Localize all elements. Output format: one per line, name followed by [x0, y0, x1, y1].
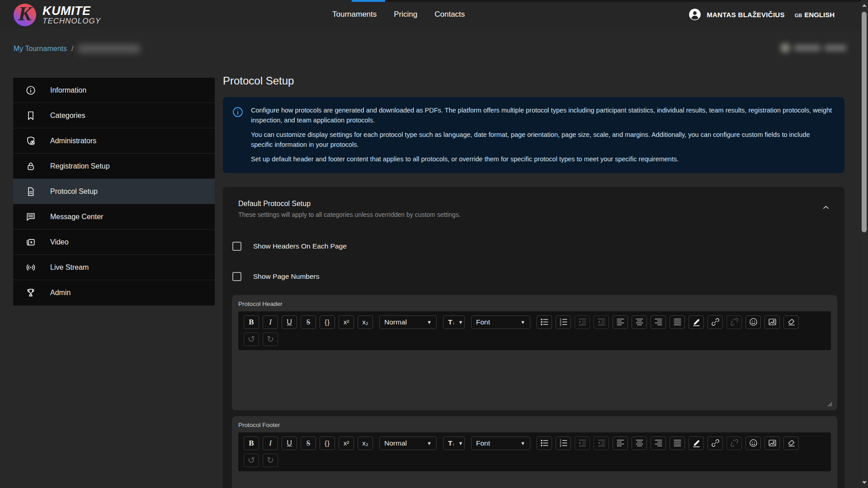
paragraph-style-select[interactable]: Normal▼ — [379, 436, 437, 450]
logo[interactable]: K KUMITE TECHNOLOGY — [14, 4, 101, 26]
link-button[interactable] — [708, 315, 723, 329]
align-center-button[interactable] — [632, 436, 647, 450]
bookmark-icon — [25, 110, 36, 121]
remove-format-button[interactable] — [783, 315, 799, 329]
font-select[interactable]: Font▼ — [471, 436, 530, 450]
text-size-select[interactable]: T↓▼ — [443, 315, 465, 329]
show-headers-checkbox-row[interactable]: Show Headers On Each Page — [232, 242, 837, 251]
strikethrough-button[interactable]: S — [301, 315, 316, 329]
remove-format-button[interactable] — [783, 436, 799, 450]
align-left-button[interactable] — [613, 436, 628, 450]
remove-format-icon — [787, 439, 796, 447]
font-select[interactable]: Font▼ — [471, 315, 530, 329]
top-header: K KUMITE TECHNOLOGY TournamentsPricingCo… — [0, 0, 861, 29]
indent-button[interactable] — [575, 315, 590, 329]
sidebar-item-message-center[interactable]: Message Center — [13, 204, 215, 230]
editor-protocol-header: Protocol HeaderBIUS{}x²x₂Normal▼T↓▼Font▼… — [232, 295, 837, 410]
sidebar-item-categories[interactable]: Categories — [13, 103, 215, 128]
sidebar-item-administrators[interactable]: Administrators — [13, 128, 215, 154]
show-page-numbers-checkbox[interactable] — [232, 272, 241, 281]
emoji-button[interactable] — [745, 436, 761, 450]
info-paragraph: Set up default header and footer content… — [251, 155, 833, 164]
outdent-button[interactable] — [594, 436, 609, 450]
subscript-button[interactable]: x₂ — [358, 436, 373, 450]
show-headers-checkbox[interactable] — [232, 242, 241, 251]
indent-icon — [578, 318, 587, 326]
logo-title: KUMITE — [42, 5, 101, 17]
code-block-button[interactable]: {} — [320, 315, 335, 329]
sidebar-item-information[interactable]: Information — [13, 78, 215, 103]
show-page-numbers-checkbox-row[interactable]: Show Page Numbers — [232, 272, 837, 281]
sidebar-item-protocol-setup[interactable]: Protocol Setup — [13, 179, 215, 204]
sidebar-item-live-stream[interactable]: Live Stream — [13, 255, 215, 280]
align-right-button[interactable] — [651, 315, 666, 329]
scrollbar-thumb[interactable] — [862, 12, 867, 232]
editor-content-area[interactable] — [238, 342, 831, 406]
highlight-pen-button[interactable] — [689, 436, 704, 450]
bold-button[interactable]: B — [244, 436, 259, 450]
shield-user-icon — [25, 136, 36, 146]
unordered-list-button[interactable] — [537, 436, 552, 450]
resize-handle[interactable] — [827, 401, 833, 408]
clock-icon — [780, 43, 790, 53]
outdent-button[interactable] — [594, 315, 609, 329]
align-justify-button[interactable] — [670, 436, 685, 450]
image-icon — [768, 439, 777, 447]
underline-button[interactable]: U — [282, 315, 297, 329]
code-block-button[interactable]: {} — [320, 436, 335, 450]
align-right-icon — [654, 439, 663, 447]
align-right-button[interactable] — [651, 436, 666, 450]
editor-label: Protocol Footer — [238, 422, 831, 428]
unlink-button[interactable] — [726, 315, 742, 329]
language-label: ENGLISH — [804, 11, 835, 19]
ordered-list-button[interactable]: 123 — [556, 315, 571, 329]
strikethrough-button[interactable]: S — [301, 436, 316, 450]
logo-k-icon: K — [14, 4, 36, 26]
scrollbar-down-arrow-icon[interactable] — [862, 481, 867, 484]
language-selector[interactable]: GB ENGLISH — [795, 11, 835, 19]
scrollbar-up-arrow-icon[interactable] — [862, 4, 867, 7]
sidebar-item-label: Registration Setup — [50, 162, 110, 170]
align-justify-button[interactable] — [670, 315, 685, 329]
nav-item-pricing[interactable]: Pricing — [394, 10, 417, 19]
image-icon — [768, 318, 777, 326]
ordered-list-button[interactable]: 123 — [556, 436, 571, 450]
bold-button[interactable]: B — [244, 315, 259, 329]
sidebar-item-admin[interactable]: Admin — [13, 280, 215, 305]
checkbox-label: Show Headers On Each Page — [248, 242, 347, 250]
logo-letter: K — [18, 4, 31, 24]
nav-item-tournaments[interactable]: Tournaments — [332, 10, 377, 19]
sidebar-item-video[interactable]: Video — [13, 230, 215, 255]
sidebar-item-registration-setup[interactable]: Registration Setup — [13, 154, 215, 179]
outdent-icon — [597, 439, 606, 447]
editor-content-area[interactable] — [238, 463, 831, 488]
breadcrumb-my-tournaments-link[interactable]: My Tournaments — [14, 45, 67, 53]
unlink-button[interactable] — [726, 436, 742, 450]
paragraph-style-select[interactable]: Normal▼ — [379, 315, 437, 329]
align-center-button[interactable] — [632, 315, 647, 329]
underline-button[interactable]: U — [282, 436, 297, 450]
collapse-section-button[interactable] — [820, 202, 832, 213]
default-protocol-setup-panel: Default Protocol Setup These settings wi… — [223, 187, 844, 488]
italic-button[interactable]: I — [263, 436, 278, 450]
user-avatar-icon[interactable] — [689, 8, 701, 21]
align-left-button[interactable] — [613, 315, 628, 329]
italic-button[interactable]: I — [263, 315, 278, 329]
highlight-pen-button[interactable] — [689, 315, 704, 329]
text-size-select[interactable]: T↓▼ — [443, 436, 465, 450]
image-button[interactable] — [764, 315, 780, 329]
emoji-button[interactable] — [745, 315, 761, 329]
page-scrollbar[interactable] — [861, 0, 868, 488]
nav-item-contacts[interactable]: Contacts — [434, 10, 465, 19]
superscript-button[interactable]: x² — [339, 436, 354, 450]
unordered-list-button[interactable] — [537, 315, 552, 329]
indent-button[interactable] — [575, 436, 590, 450]
link-button[interactable] — [708, 436, 723, 450]
image-button[interactable] — [764, 436, 780, 450]
user-name[interactable]: MANTAS BLAŽEVIČIUS — [707, 11, 785, 19]
trophy-icon — [25, 287, 36, 298]
sidebar-item-label: Video — [50, 238, 69, 246]
subscript-button[interactable]: x₂ — [358, 315, 373, 329]
superscript-button[interactable]: x² — [339, 315, 354, 329]
info-icon — [25, 85, 36, 96]
